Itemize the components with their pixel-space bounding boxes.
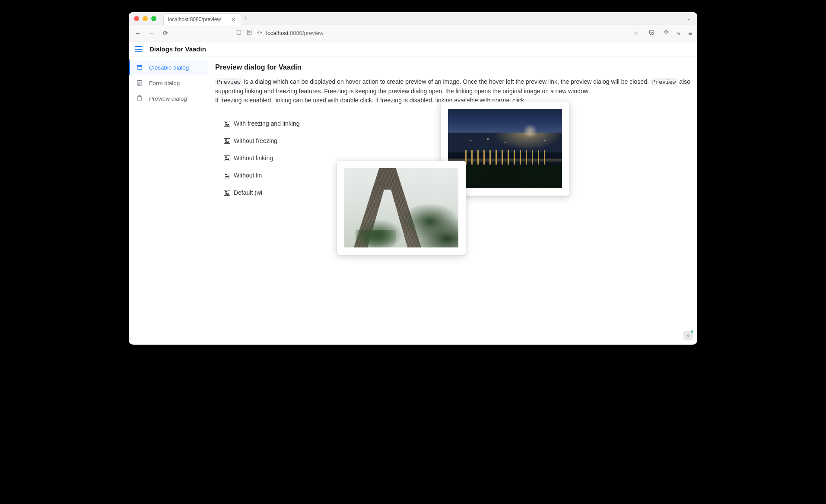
window-titlebar: localhost:8080/preview ✕ + ⌄	[129, 12, 697, 25]
clipboard-icon	[136, 95, 143, 102]
option-label: With freezing and linking	[234, 120, 300, 127]
option-label: Without freezing	[234, 137, 277, 144]
form-icon	[136, 79, 143, 86]
window-controls	[134, 16, 156, 21]
tab-title: localhost:8080/preview	[168, 16, 221, 22]
url-field[interactable]: localhost:8080/preview	[175, 29, 627, 37]
svg-rect-3	[137, 65, 142, 69]
url-text: localhost:8080/preview	[266, 30, 323, 36]
bookmark-icon[interactable]: ☆	[633, 30, 639, 37]
page-content: Preview dialog for Vaadin Preview is a d…	[208, 57, 697, 345]
sidebar-item-closable-dialog[interactable]: Closable dialog	[129, 60, 208, 75]
option-label: Without lin	[234, 172, 262, 179]
extensions-icon[interactable]	[663, 29, 669, 37]
connection-icon[interactable]	[257, 29, 263, 37]
preview-card-eiffel[interactable]	[337, 161, 466, 255]
option-label: Without linking	[234, 155, 273, 162]
option-label: Default (wi	[234, 189, 262, 196]
maximize-window-icon[interactable]	[151, 16, 156, 21]
image-icon	[224, 121, 230, 127]
page-title: Preview dialog for Vaadin	[215, 63, 690, 71]
sidebar-item-label: Preview dialog	[149, 95, 187, 102]
app-body: Closable dialog Form dialog Preview dial…	[129, 57, 697, 345]
close-window-icon[interactable]	[134, 16, 139, 21]
preview-image	[344, 168, 458, 247]
dev-tools-widget[interactable]: ⟡	[683, 331, 693, 340]
app-header: Dialogs for Vaadin	[129, 41, 697, 57]
new-tab-button[interactable]: +	[244, 14, 248, 23]
sidebar: Closable dialog Form dialog Preview dial…	[129, 57, 208, 345]
code-preview: Preview	[651, 78, 678, 86]
address-bar: ← → ⟳ localhost:8080/preview	[129, 25, 697, 41]
sidebar-item-label: Closable dialog	[149, 64, 189, 71]
tab-strip: localhost:8080/preview ✕ +	[163, 12, 248, 25]
reload-button[interactable]: ⟳	[162, 29, 169, 37]
browser-window: localhost:8080/preview ✕ + ⌄ ← → ⟳	[129, 12, 697, 345]
minimize-window-icon[interactable]	[143, 16, 148, 21]
image-icon	[224, 173, 230, 178]
dialog-icon	[136, 64, 143, 71]
code-preview: Preview	[215, 78, 242, 86]
tabs-overflow-icon[interactable]: ⌄	[687, 16, 691, 22]
menu-toggle-icon[interactable]	[135, 46, 143, 52]
sidebar-item-label: Form dialog	[149, 80, 180, 86]
image-icon	[224, 138, 230, 144]
overflow-icon[interactable]: »	[677, 29, 680, 37]
pocket-icon[interactable]	[648, 29, 655, 37]
forward-button[interactable]: →	[148, 29, 156, 37]
sidebar-item-preview-dialog[interactable]: Preview dialog	[129, 91, 208, 106]
image-icon	[224, 155, 230, 161]
image-icon	[224, 190, 230, 196]
page-info-icon[interactable]	[246, 29, 252, 37]
sidebar-item-form-dialog[interactable]: Form dialog	[129, 75, 208, 91]
back-button[interactable]: ←	[134, 29, 142, 37]
close-tab-icon[interactable]: ✕	[231, 16, 236, 23]
shield-icon[interactable]	[236, 29, 242, 37]
app-menu-icon[interactable]: ≡	[688, 29, 692, 37]
app-title: Dialogs for Vaadin	[149, 45, 206, 53]
browser-tab[interactable]: localhost:8080/preview ✕	[163, 13, 241, 25]
